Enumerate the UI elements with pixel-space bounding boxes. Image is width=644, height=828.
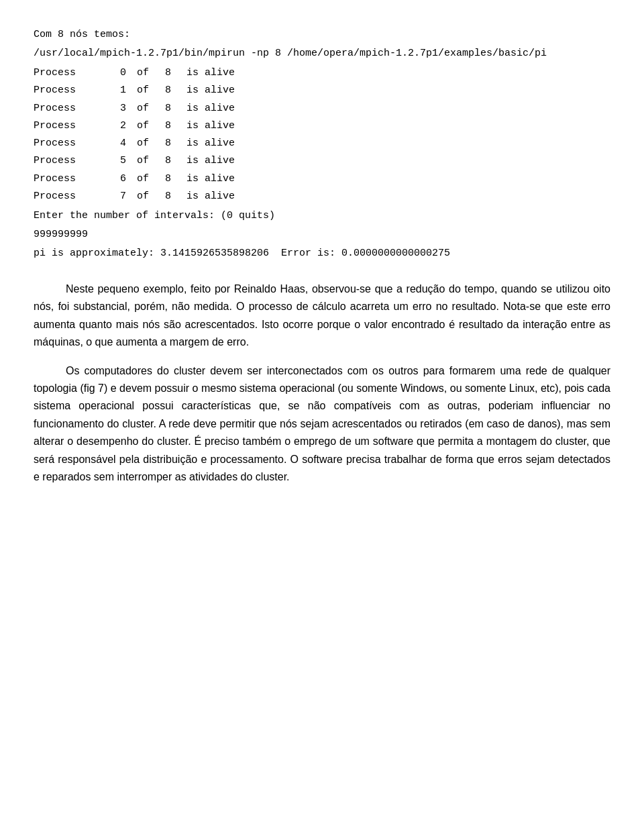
- process-label: Process: [34, 170, 107, 188]
- process-row: Process2of8is alive: [34, 117, 610, 135]
- prompt-line: Enter the number of intervals: (0 quits): [34, 208, 610, 224]
- process-total: 8: [165, 152, 181, 170]
- result-line: pi is approximately: 3.1415926535898206 …: [34, 246, 610, 262]
- process-table: Process0of8is aliveProcess1of8is alivePr…: [34, 64, 610, 205]
- process-status: is alive: [186, 188, 235, 205]
- input-line: 999999999: [34, 227, 610, 243]
- process-row: Process6of8is alive: [34, 170, 610, 188]
- process-label: Process: [34, 135, 107, 152]
- process-number: 2: [107, 117, 126, 135]
- process-row: Process1of8is alive: [34, 82, 610, 99]
- process-total: 8: [165, 64, 181, 82]
- process-status: is alive: [186, 82, 235, 99]
- process-of: of: [137, 64, 157, 82]
- process-of: of: [137, 100, 157, 117]
- process-status: is alive: [186, 135, 235, 152]
- process-of: of: [137, 152, 157, 170]
- process-status: is alive: [186, 64, 235, 82]
- process-status: is alive: [186, 170, 235, 188]
- process-of: of: [137, 117, 157, 135]
- process-label: Process: [34, 117, 107, 135]
- process-total: 8: [165, 117, 181, 135]
- process-status: is alive: [186, 152, 235, 170]
- process-number: 1: [107, 82, 126, 99]
- process-row: Process5of8is alive: [34, 152, 610, 170]
- process-total: 8: [165, 100, 181, 117]
- process-status: is alive: [186, 117, 235, 135]
- process-total: 8: [165, 82, 181, 99]
- header-line2: /usr/local/mpich-1.2.7p1/bin/mpirun -np …: [34, 46, 610, 62]
- process-total: 8: [165, 170, 181, 188]
- process-total: 8: [165, 135, 181, 152]
- header-line1: Com 8 nós temos:: [34, 27, 610, 43]
- process-total: 8: [165, 188, 181, 205]
- process-label: Process: [34, 152, 107, 170]
- process-row: Process4of8is alive: [34, 135, 610, 152]
- process-number: 4: [107, 135, 126, 152]
- process-number: 5: [107, 152, 126, 170]
- process-of: of: [137, 135, 157, 152]
- process-of: of: [137, 170, 157, 188]
- process-number: 0: [107, 64, 126, 82]
- prose-paragraph-1: Neste pequeno exemplo, feito por Reinald…: [34, 280, 610, 352]
- page-content: Com 8 nós temos: /usr/local/mpich-1.2.7p…: [34, 27, 610, 486]
- prose-section: Neste pequeno exemplo, feito por Reinald…: [34, 280, 610, 486]
- process-number: 3: [107, 100, 126, 117]
- process-label: Process: [34, 100, 107, 117]
- process-number: 7: [107, 188, 126, 205]
- process-number: 6: [107, 170, 126, 188]
- process-of: of: [137, 82, 157, 99]
- process-row: Process3of8is alive: [34, 100, 610, 117]
- process-row: Process7of8is alive: [34, 188, 610, 205]
- process-label: Process: [34, 188, 107, 205]
- process-status: is alive: [186, 100, 235, 117]
- process-label: Process: [34, 82, 107, 99]
- code-section: Com 8 nós temos: /usr/local/mpich-1.2.7p…: [34, 27, 610, 262]
- process-of: of: [137, 188, 157, 205]
- process-row: Process0of8is alive: [34, 64, 610, 82]
- prose-paragraph-2: Os computadores do cluster devem ser int…: [34, 362, 610, 486]
- process-label: Process: [34, 64, 107, 82]
